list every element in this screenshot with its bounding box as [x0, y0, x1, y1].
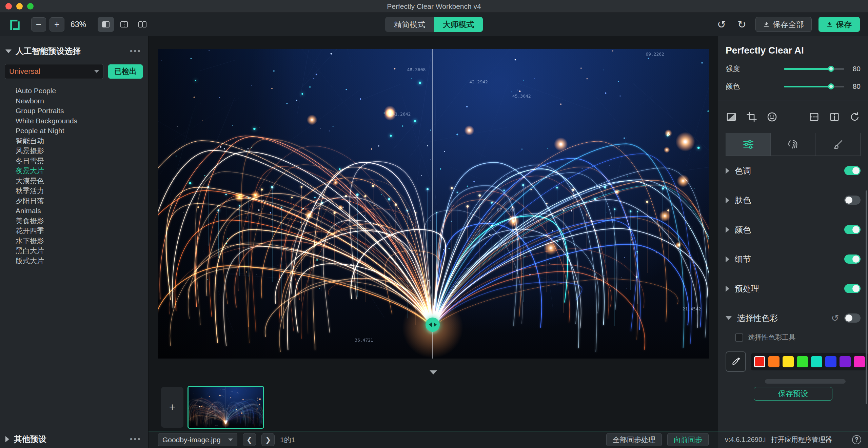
preset-item[interactable]: 黑白大片	[16, 246, 148, 256]
crop-icon[interactable]	[746, 111, 757, 123]
selective-color-label: 选择性色彩	[737, 313, 778, 324]
section-row[interactable]: 色调	[726, 156, 861, 185]
split-view-button[interactable]	[116, 17, 132, 32]
face-icon[interactable]	[766, 111, 778, 123]
section-toggle[interactable]	[844, 166, 861, 175]
strength-slider-value: 80	[844, 65, 861, 73]
overflow-menu-icon[interactable]: •••	[130, 46, 141, 56]
page-indicator: 1的1	[280, 435, 295, 445]
window-title: Perfectly Clear Workbench v4	[0, 2, 868, 11]
strength-slider[interactable]	[784, 68, 844, 70]
preset-item[interactable]: 冬日雪景	[16, 156, 148, 166]
reset-icon[interactable]: ↺	[831, 313, 839, 324]
other-presets-label: 其他预设	[14, 434, 125, 445]
strength-slider-label: 强度	[726, 64, 740, 74]
adjustments-panel: Perfectly Clear AI 强度 80 颜色 80	[718, 36, 868, 448]
selective-color-tool-checkbox[interactable]	[735, 333, 743, 342]
tab-retouch[interactable]	[771, 133, 815, 156]
section-row[interactable]: 肤色	[726, 185, 861, 215]
open-app-manager-link[interactable]: 打开应用程序管理器	[771, 435, 832, 444]
master-mode-button[interactable]: 大师模式	[434, 17, 483, 32]
section-toggle[interactable]	[844, 284, 861, 293]
overflow-menu-icon[interactable]: •••	[130, 434, 141, 444]
undo-icon[interactable]: ↺	[715, 18, 728, 31]
before-after-split-handle[interactable]	[426, 318, 440, 332]
section-row[interactable]: 细节	[726, 244, 861, 274]
color-swatch[interactable]	[825, 356, 836, 367]
color-swatch[interactable]	[783, 356, 794, 367]
preset-item[interactable]: Group Portraits	[16, 106, 148, 116]
zoom-in-button[interactable]: +	[50, 17, 64, 32]
section-row[interactable]: 颜色	[726, 215, 861, 244]
preset-header-row[interactable]: 人工智能预设选择 •••	[0, 36, 148, 60]
save-button[interactable]: 保存	[818, 17, 860, 32]
color-swatch[interactable]	[840, 356, 851, 367]
preset-item[interactable]: 智能自动	[16, 136, 148, 146]
color-swatch[interactable]	[768, 356, 780, 367]
flip-horizontal-icon[interactable]	[829, 111, 840, 123]
preset-item[interactable]: 美食摄影	[16, 216, 148, 226]
zoom-out-button[interactable]: −	[31, 17, 46, 32]
panel-scrollbar[interactable]	[866, 190, 867, 404]
collapse-filmstrip-icon[interactable]	[430, 370, 437, 374]
preset-category-dropdown[interactable]: Universal	[5, 64, 103, 79]
rotate-icon[interactable]	[849, 111, 861, 123]
section-toggle[interactable]	[844, 254, 861, 264]
selective-color-toggle[interactable]	[844, 313, 861, 323]
help-button[interactable]: ?	[852, 435, 861, 444]
selective-color-section[interactable]: 选择性色彩 ↺	[726, 303, 861, 333]
image-preview[interactable]	[158, 49, 709, 359]
preset-item[interactable]: White Backgrounds	[16, 116, 148, 126]
color-slider-value: 80	[844, 82, 861, 90]
side-by-side-view-button[interactable]	[134, 17, 151, 32]
preset-item[interactable]: 夜景大片	[16, 166, 148, 176]
mode-toggle: 精简模式 大师模式	[385, 17, 483, 32]
preset-item[interactable]: iAuto People	[16, 86, 148, 96]
preset-item[interactable]: Animals	[16, 206, 148, 216]
color-swatch[interactable]	[811, 356, 822, 367]
preset-item[interactable]: Newborn	[16, 96, 148, 106]
section-row[interactable]: 预处理	[726, 274, 861, 303]
preset-item[interactable]: 风景摄影	[16, 146, 148, 156]
sync-forward-button[interactable]: 向前同步	[667, 433, 709, 446]
add-image-button[interactable]: +	[161, 387, 183, 428]
other-presets-row[interactable]: 其他预设 •••	[0, 430, 148, 448]
simple-mode-button[interactable]: 精简模式	[385, 17, 434, 32]
split-preview-icon[interactable]	[726, 111, 737, 123]
minimize-window-button[interactable]	[16, 3, 23, 9]
image-thumbnail[interactable]	[188, 386, 264, 429]
panel-footer: v:4.6.1.2690.i 打开应用程序管理器 ?	[718, 431, 868, 448]
previous-image-button[interactable]: ❮	[243, 433, 256, 446]
save-all-button[interactable]: 保存全部	[755, 17, 812, 32]
color-swatch[interactable]	[797, 356, 808, 367]
preset-item[interactable]: 花开四季	[16, 226, 148, 236]
preset-item[interactable]: 版式大片	[16, 256, 148, 266]
maximize-window-button[interactable]	[27, 3, 34, 9]
sync-all-button[interactable]: 全部同步处理	[606, 433, 662, 446]
save-preset-button[interactable]: 保存预设	[754, 387, 832, 401]
slider-knob[interactable]	[828, 66, 834, 72]
next-image-button[interactable]: ❯	[261, 433, 275, 446]
color-slider[interactable]	[784, 86, 844, 87]
preset-item[interactable]: 夕阳日落	[16, 196, 148, 206]
preset-item[interactable]: 水下摄影	[16, 236, 148, 246]
single-view-button[interactable]	[98, 17, 114, 32]
preset-item[interactable]: People at Night	[16, 126, 148, 136]
detected-button[interactable]: 已检出	[108, 64, 143, 79]
preset-item[interactable]: 秋季活力	[16, 186, 148, 196]
toolbar-right: ↺ ↻ 保存全部 保存	[715, 17, 860, 32]
redo-icon[interactable]: ↻	[735, 18, 749, 31]
close-window-button[interactable]	[5, 3, 12, 9]
preset-item[interactable]: 大漠景色	[16, 176, 148, 186]
download-icon	[763, 21, 769, 27]
tab-paint[interactable]	[815, 133, 860, 156]
section-toggle[interactable]	[844, 225, 861, 234]
flip-vertical-icon[interactable]	[808, 111, 820, 123]
tab-adjustments[interactable]	[726, 133, 771, 156]
slider-knob[interactable]	[828, 83, 834, 89]
section-toggle[interactable]	[844, 196, 861, 205]
filename-dropdown[interactable]: Goodby-image.jpg	[158, 433, 237, 446]
eyedropper-button[interactable]	[726, 351, 746, 372]
color-swatch[interactable]	[854, 356, 865, 367]
color-swatch[interactable]	[754, 356, 765, 367]
